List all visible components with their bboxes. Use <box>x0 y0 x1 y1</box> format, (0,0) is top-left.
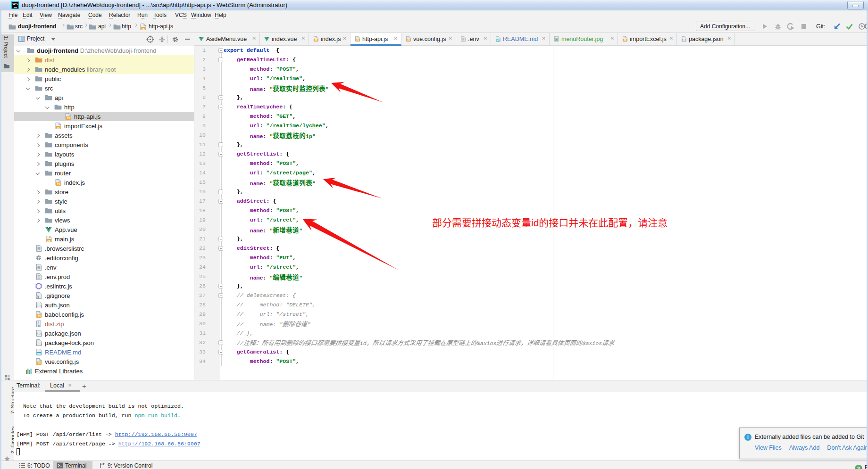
svg-text:JS: JS <box>315 39 318 41</box>
svg-text:JS: JS <box>142 27 145 30</box>
svg-text:JS: JS <box>356 39 359 41</box>
svg-text:MD: MD <box>496 39 500 41</box>
svg-text:JS: JS <box>407 39 410 41</box>
svg-text:{·}: {·} <box>682 39 687 42</box>
svg-text:JS: JS <box>624 39 627 41</box>
